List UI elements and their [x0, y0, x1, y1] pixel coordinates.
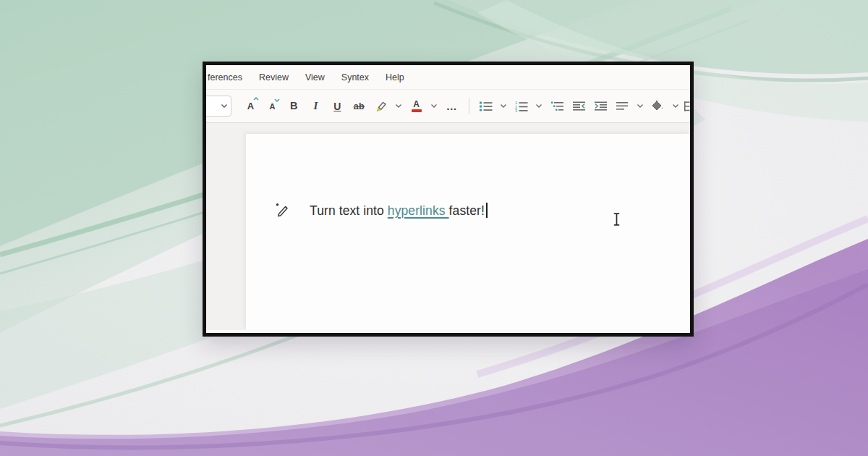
highlight-dropdown-chevron[interactable]: [393, 96, 403, 117]
word-window: ferences Review View Syntex Help S A: [203, 62, 694, 337]
menu-tab-syntex[interactable]: Syntex: [341, 72, 369, 83]
underline-button[interactable]: U: [328, 96, 346, 117]
menu-tab-view[interactable]: View: [305, 72, 325, 83]
highlighter-icon: [374, 100, 388, 113]
bold-button[interactable]: B: [285, 96, 302, 117]
font-color-icon: A: [412, 100, 422, 112]
document-canvas: Turn text into hyperlinks faster!: [206, 123, 690, 330]
menu-bar: ferences Review View Syntex Help: [206, 65, 690, 90]
bold-glyph: B: [290, 101, 297, 111]
text-insertion-caret: [486, 203, 488, 218]
shading-button[interactable]: [649, 96, 666, 117]
font-color-button[interactable]: A: [408, 96, 425, 117]
grow-font-glyph: A: [247, 101, 254, 111]
paint-bucket-icon: [650, 100, 665, 112]
numbered-list-button[interactable]: 1 2 3: [513, 96, 530, 117]
text-before-link: Turn text into: [310, 203, 388, 218]
chevron-down-icon: [221, 104, 228, 109]
underline-glyph: U: [333, 101, 341, 112]
menu-tab-review[interactable]: Review: [259, 72, 289, 83]
increase-indent-icon: [594, 101, 608, 111]
decrease-indent-button[interactable]: [570, 96, 587, 117]
document-page[interactable]: Turn text into hyperlinks faster!: [246, 134, 690, 330]
caret-down-icon: [274, 98, 280, 102]
ellipsis-icon: …: [446, 100, 458, 112]
multilevel-list-button[interactable]: [548, 96, 566, 117]
grow-font-button[interactable]: A: [242, 96, 259, 117]
font-size-dropdown[interactable]: S: [203, 96, 231, 117]
bullet-list-icon: [479, 101, 493, 111]
shrink-font-glyph: A: [269, 102, 275, 111]
document-text-line[interactable]: Turn text into hyperlinks faster!: [310, 203, 488, 219]
hyperlink-text[interactable]: hyperlinks: [388, 203, 449, 218]
menu-tab-help[interactable]: Help: [386, 72, 404, 83]
line-spacing-icon: [616, 101, 629, 111]
shading-dropdown-chevron[interactable]: [671, 96, 680, 117]
increase-indent-button[interactable]: [592, 96, 609, 117]
svg-text:3: 3: [515, 109, 517, 112]
ribbon-toolbar: S A A B I: [206, 90, 690, 123]
strikethrough-glyph: ab: [354, 101, 365, 111]
italic-glyph: I: [313, 100, 318, 112]
more-options-button[interactable]: …: [443, 96, 461, 117]
numbered-list-dropdown-chevron[interactable]: [535, 96, 544, 117]
highlight-button[interactable]: [372, 96, 389, 117]
bullet-list-dropdown-chevron[interactable]: [499, 96, 509, 117]
caret-up-icon: [253, 97, 259, 101]
font-color-dropdown-chevron[interactable]: [430, 96, 439, 117]
strikethrough-button[interactable]: ab: [350, 96, 367, 117]
multilevel-list-icon: [550, 101, 564, 111]
borders-button-partial[interactable]: [684, 99, 690, 114]
promo-canvas: ferences Review View Syntex Help S A: [0, 0, 868, 456]
numbered-list-icon: 1 2 3: [514, 101, 528, 112]
ibeam-cursor: [612, 212, 621, 227]
italic-button[interactable]: I: [307, 96, 324, 117]
line-spacing-button[interactable]: [613, 96, 631, 117]
text-after-link: faster!: [449, 203, 485, 218]
decrease-indent-icon: [572, 101, 586, 111]
toolbar-divider: [469, 98, 469, 114]
bullet-list-button[interactable]: [477, 96, 495, 117]
line-spacing-dropdown-chevron[interactable]: [635, 96, 644, 117]
menu-tab-references[interactable]: ferences: [208, 72, 242, 83]
shrink-font-button[interactable]: A: [263, 96, 281, 117]
pen-icon[interactable]: [273, 200, 291, 218]
